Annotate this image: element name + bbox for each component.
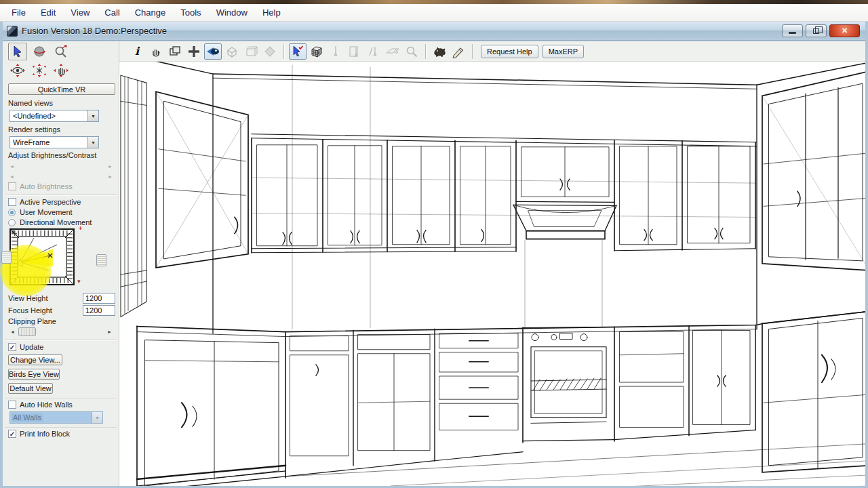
menu-change[interactable]: Change	[127, 5, 174, 20]
minimize-button[interactable]	[782, 24, 803, 37]
select-confirm-button[interactable]	[289, 43, 307, 60]
floor-plan-icon	[9, 228, 77, 287]
pan-tool-button[interactable]	[147, 43, 165, 60]
arrow-left-icon[interactable]: ◄	[9, 164, 14, 169]
pan-hand-tool-button[interactable]	[52, 62, 71, 79]
profile-pen-icon	[367, 45, 380, 58]
brightness-slider[interactable]: ◄ ►	[9, 162, 113, 171]
active-perspective-row: Active Perspective	[8, 198, 81, 206]
print-info-checkbox[interactable]: ✓	[8, 430, 16, 438]
menu-call[interactable]: Call	[97, 5, 127, 20]
magnifier-icon	[405, 45, 418, 58]
pen-tool-button[interactable]	[327, 43, 344, 60]
hand-pan-icon	[53, 63, 69, 78]
duplicate-view-button[interactable]	[166, 43, 184, 60]
chevron-down-icon[interactable]: ▼	[87, 110, 98, 121]
user-movement-row: User Movement	[8, 208, 73, 216]
add-view-icon[interactable]: +	[79, 226, 82, 232]
directional-movement-radio[interactable]	[8, 219, 16, 226]
auto-brightness-checkbox[interactable]	[8, 182, 16, 190]
quicktime-vr-button[interactable]: QuickTime VR	[8, 83, 115, 95]
nav-grip-right-button[interactable]	[96, 254, 106, 266]
arrow-left-icon[interactable]: ◄	[9, 174, 14, 179]
menu-bar: File Edit View Call Change Tools Window …	[0, 4, 868, 22]
arrow-right-icon[interactable]: ►	[105, 327, 114, 336]
window-title: Fusion Version 18 Demo:Perspective	[22, 26, 167, 36]
iso-box-icon	[225, 45, 239, 58]
restore-icon	[813, 28, 819, 34]
named-views-dropdown[interactable]: <Undefined> ▼	[9, 110, 99, 122]
menu-window[interactable]: Window	[209, 5, 255, 20]
orbit-tool-button[interactable]	[30, 43, 49, 60]
user-movement-radio[interactable]	[8, 209, 16, 216]
rubik-cube-icon	[309, 44, 324, 59]
request-help-button[interactable]: Request Help	[481, 45, 538, 58]
chevron-down-icon: ▼	[92, 412, 102, 423]
info-tool-button[interactable]: i	[128, 43, 146, 60]
default-view-button[interactable]: Default View	[8, 383, 53, 394]
profile-pen-tool-button[interactable]	[365, 43, 382, 60]
birds-eye-view-button[interactable]: Birds Eye View	[8, 369, 60, 380]
focus-height-row: Focus Height	[8, 305, 115, 316]
slider-thumb[interactable]	[18, 327, 36, 336]
cursor-check-icon	[291, 45, 304, 58]
render-settings-dropdown[interactable]: WireFrame ▼	[9, 136, 99, 148]
move-tool-button[interactable]	[30, 62, 49, 79]
view-height-input[interactable]	[83, 293, 115, 304]
measure-tool-button[interactable]	[384, 43, 401, 60]
auto-hide-walls-checkbox[interactable]	[8, 401, 16, 409]
walls	[119, 62, 865, 333]
diamond-tool-button[interactable]	[261, 43, 279, 60]
cursor-icon	[11, 45, 24, 58]
contrast-slider[interactable]: ◄ ►	[9, 172, 113, 181]
measure-plane-icon	[385, 45, 400, 58]
move-view-button[interactable]	[185, 43, 203, 60]
app-icon	[7, 26, 18, 37]
slider-track[interactable]	[17, 327, 105, 336]
maxerp-button[interactable]: MaxERP	[542, 45, 584, 58]
separator	[5, 398, 117, 399]
oven	[523, 327, 614, 443]
close-button[interactable]: ✕	[829, 24, 860, 37]
arrow-right-icon[interactable]: ►	[108, 164, 113, 169]
menu-view[interactable]: View	[63, 5, 97, 20]
iso-box-button[interactable]	[223, 43, 241, 60]
chevron-down-icon[interactable]: ▼	[87, 137, 98, 148]
open-box-icon	[244, 45, 258, 58]
clipping-plane-slider[interactable]: ◄ ►	[8, 327, 114, 337]
zoom-tool-button[interactable]	[403, 43, 420, 60]
main-toolbar: i	[119, 41, 865, 62]
window-frame	[121, 75, 146, 317]
change-view-button[interactable]: Change View...	[8, 354, 62, 365]
nav-down-arrow-icon[interactable]: ▾	[77, 279, 81, 285]
upper-cabinets	[156, 71, 865, 270]
menu-help[interactable]: Help	[255, 5, 288, 20]
focus-height-input[interactable]	[83, 305, 115, 316]
menu-tools[interactable]: Tools	[173, 5, 208, 20]
nav-grip-left-button[interactable]	[1, 251, 12, 264]
clipping-plane-label: Clipping Plane	[8, 317, 56, 325]
plan-navigator-widget[interactable]: + ▾	[9, 228, 77, 287]
menu-edit[interactable]: Edit	[33, 5, 63, 20]
restore-button[interactable]	[806, 24, 827, 37]
select-tool-button[interactable]	[8, 43, 27, 60]
perspective-viewport[interactable]	[119, 62, 865, 486]
separator	[5, 340, 117, 340]
perspective-view-button[interactable]	[204, 43, 222, 60]
menu-file[interactable]: File	[4, 5, 33, 20]
title-bar[interactable]: Fusion Version 18 Demo:Perspective ✕	[3, 22, 865, 41]
dog-assistant-button[interactable]	[431, 43, 448, 60]
active-perspective-checkbox[interactable]	[8, 198, 16, 206]
zoom-rotate-tool-button[interactable]	[52, 43, 71, 60]
cube-3d-button[interactable]	[308, 43, 326, 60]
arrow-left-icon[interactable]: ◄	[8, 327, 17, 336]
open-box-button[interactable]	[242, 43, 260, 60]
walk-look-tool-button[interactable]	[8, 62, 27, 79]
adjust-brightness-label: Adjust Brightness/Contrast	[8, 151, 96, 159]
arrow-right-icon[interactable]: ►	[108, 174, 113, 179]
overlapping-windows-icon	[168, 45, 182, 58]
render-settings-label: Render settings	[8, 125, 60, 134]
eraser-pencil-button[interactable]	[450, 43, 467, 60]
panel-pen-tool-button[interactable]	[346, 43, 363, 60]
update-checkbox[interactable]: ✓	[8, 343, 16, 351]
